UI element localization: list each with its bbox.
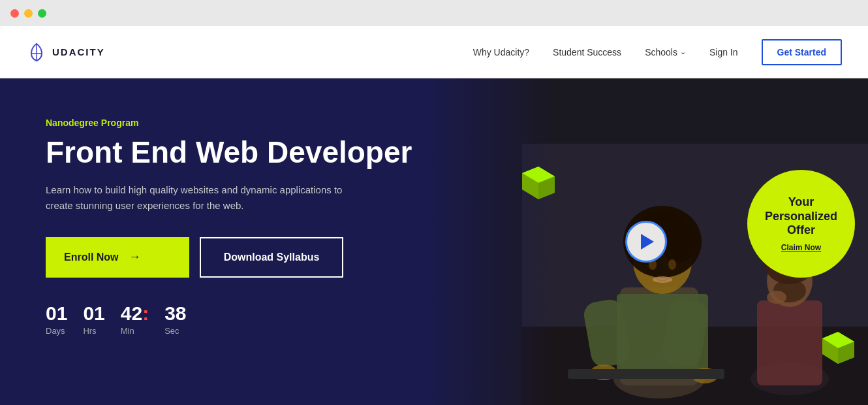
play-icon bbox=[641, 234, 654, 250]
hero-description: Learn how to build high quality websites… bbox=[46, 182, 359, 214]
countdown-sec-value: 38 bbox=[164, 304, 186, 323]
nav-links: Why Udacity? Student Success Schools ⌄ S… bbox=[473, 39, 842, 65]
schools-chevron-icon: ⌄ bbox=[680, 48, 686, 56]
enroll-now-button[interactable]: Enroll Now → bbox=[46, 237, 189, 278]
svg-point-14 bbox=[668, 259, 676, 270]
svg-point-27 bbox=[767, 291, 786, 304]
minimize-dot[interactable] bbox=[24, 9, 33, 18]
countdown-min-value: 42: bbox=[121, 304, 149, 323]
logo[interactable]: UDACITY bbox=[26, 42, 105, 63]
svg-rect-23 bbox=[757, 300, 822, 385]
countdown-min: 42: Min bbox=[121, 304, 149, 336]
navbar: UDACITY Why Udacity? Student Success Sch… bbox=[0, 26, 868, 78]
offer-bubble[interactable]: Your Personalized Offer Claim Now bbox=[747, 170, 855, 278]
hero-buttons: Enroll Now → Download Syllabus bbox=[46, 237, 412, 278]
offer-title: Your Personalized Offer bbox=[760, 195, 842, 238]
countdown-separator: : bbox=[142, 302, 149, 324]
offer-claim-link[interactable]: Claim Now bbox=[781, 243, 821, 252]
countdown-days-value: 01 bbox=[46, 304, 67, 323]
countdown-min-label: Min bbox=[121, 326, 134, 336]
enroll-label: Enroll Now bbox=[64, 251, 119, 263]
get-started-button[interactable]: Get Started bbox=[762, 39, 842, 65]
countdown-hrs: 01 Hrs bbox=[83, 304, 104, 336]
nav-sign-in[interactable]: Sign In bbox=[709, 47, 738, 57]
nav-student-success[interactable]: Student Success bbox=[553, 47, 621, 57]
hero-section: Your Personalized Offer Claim Now Nanode… bbox=[0, 78, 868, 405]
nanodegree-label: Nanodegree Program bbox=[46, 118, 412, 128]
enroll-arrow-icon: → bbox=[129, 250, 141, 264]
hero-title: Front End Web Developer bbox=[46, 136, 412, 169]
nav-schools[interactable]: Schools ⌄ bbox=[645, 47, 686, 57]
cube-decoration-top bbox=[519, 163, 558, 202]
nav-why-udacity[interactable]: Why Udacity? bbox=[473, 47, 529, 57]
countdown-hrs-value: 01 bbox=[83, 304, 104, 323]
close-dot[interactable] bbox=[10, 9, 19, 18]
window-chrome bbox=[0, 0, 868, 26]
countdown-days: 01 Days bbox=[46, 304, 67, 336]
fullscreen-dot[interactable] bbox=[38, 9, 46, 18]
svg-point-15 bbox=[653, 276, 672, 283]
hero-content: Nanodegree Program Front End Web Develop… bbox=[46, 118, 412, 336]
svg-rect-21 bbox=[568, 369, 724, 379]
countdown-days-label: Days bbox=[46, 326, 65, 336]
video-play-button[interactable] bbox=[625, 221, 667, 263]
countdown-hrs-label: Hrs bbox=[83, 326, 96, 336]
countdown-timer: 01 Days 01 Hrs 42: Min 38 Sec bbox=[46, 304, 412, 336]
logo-text: UDACITY bbox=[52, 46, 105, 57]
download-syllabus-button[interactable]: Download Syllabus bbox=[200, 237, 343, 278]
countdown-sec-label: Sec bbox=[164, 326, 179, 336]
photo-fade bbox=[424, 78, 555, 405]
countdown-sec: 38 Sec bbox=[164, 304, 186, 336]
cube-decoration-bottom bbox=[820, 330, 856, 366]
